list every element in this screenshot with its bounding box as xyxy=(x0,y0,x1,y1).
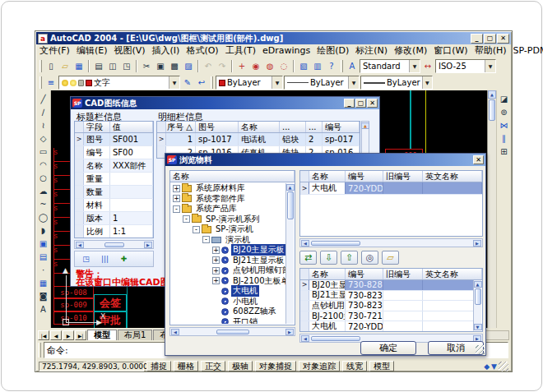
table-row[interactable]: > 大电机 720-YDD0... xyxy=(300,182,482,195)
selected-material-grid[interactable]: 名称 编号 旧编号 英文名称 > 大电机 720-YDD0... xyxy=(299,170,483,237)
tree-item-bj20-board[interactable]: +BJ20主显示板 xyxy=(171,245,285,256)
toggle-ortho[interactable]: 正交 xyxy=(201,361,225,371)
lineweight-combo[interactable]: ByLayer ▼ xyxy=(360,76,433,90)
scroll-left-icon[interactable]: ◀ xyxy=(301,240,309,247)
properties-icon[interactable]: ▧ xyxy=(297,59,310,72)
material-list-grid[interactable]: 名称 编号 旧编号 英文名称 > BJ20主显... 730-8280... B… xyxy=(299,268,483,332)
minimize-button[interactable]: _ xyxy=(471,34,483,44)
offset-icon[interactable]: ∥ xyxy=(498,131,511,145)
column-header-number[interactable]: 编号 xyxy=(346,269,383,279)
tree-item-products-library[interactable]: -系统产品库 xyxy=(171,204,285,214)
chevron-down-icon[interactable]: ▼ xyxy=(272,76,282,89)
scrollbar-thumb[interactable] xyxy=(104,242,124,247)
column-header-old-number[interactable]: 旧编号 xyxy=(383,269,423,279)
scroll-right-icon[interactable]: ▶ xyxy=(473,240,481,247)
tree-item-cotter-pin[interactable]: 开口销 xyxy=(171,317,285,325)
paste-icon[interactable]: ▩ xyxy=(168,59,181,72)
ok-button[interactable]: 确定 xyxy=(360,341,416,355)
close-button[interactable]: ✕ xyxy=(473,155,484,164)
expand-icon[interactable]: + xyxy=(212,277,220,284)
tray-icon[interactable]: ◆ xyxy=(484,362,490,371)
toolbar-grip[interactable] xyxy=(211,76,213,89)
titlebar[interactable]: a AutoCAD 2004 - [E:\UG\dwg\图框\测试用图(部件).… xyxy=(36,32,511,44)
make-object-layer-current-icon[interactable]: ✎ xyxy=(181,76,194,90)
tab-first-icon[interactable]: |◀ xyxy=(38,330,49,340)
arc-icon[interactable]: ◠ xyxy=(37,158,50,171)
tree-header[interactable]: 名称 xyxy=(170,171,295,182)
circle-icon[interactable]: ○ xyxy=(37,171,50,184)
spline-icon[interactable]: ~ xyxy=(37,197,50,210)
column-header-value[interactable]: 值 xyxy=(110,122,153,132)
column-header-old-number[interactable]: 旧编号 xyxy=(383,171,423,182)
column-header-english-name[interactable]: 英文名称 xyxy=(423,171,482,182)
polyline-icon[interactable]: ≀ xyxy=(37,118,50,131)
minimize-button[interactable]: _ xyxy=(344,99,355,108)
table-row[interactable]: 比例 1:1 xyxy=(75,225,153,238)
zoom-realtime-icon[interactable]: ◉ xyxy=(249,59,262,72)
column-header-english-name[interactable]: 英文名称 xyxy=(423,269,482,279)
multiline-text-icon[interactable]: A xyxy=(37,302,50,316)
ellipse-icon[interactable]: ◯ xyxy=(37,210,50,224)
ellipse-arc-icon[interactable]: ◗ xyxy=(37,224,50,237)
menu-file[interactable]: 文件(F) xyxy=(36,44,73,57)
scroll-up-icon[interactable]: ▲ xyxy=(361,122,369,129)
revision-cloud-icon[interactable]: ☁ xyxy=(37,184,50,197)
toolbar-grip[interactable] xyxy=(39,60,42,72)
table-row[interactable]: 材料 xyxy=(75,199,153,212)
dim-style-combo[interactable]: ISO-25 ▼ xyxy=(435,59,496,73)
scrollbar-thumb[interactable] xyxy=(216,330,249,334)
new-icon[interactable]: ▯ xyxy=(44,59,58,72)
barcode-icon[interactable]: ||| xyxy=(97,252,113,265)
dialog-resize-grip[interactable] xyxy=(476,345,485,354)
close-button[interactable]: ✕ xyxy=(497,34,509,44)
copy-icon[interactable]: ▣ xyxy=(154,59,167,72)
tab-layout1[interactable]: 布局1 xyxy=(118,330,152,340)
menu-edrawings[interactable]: eDrawings xyxy=(259,45,313,56)
open-folder-icon[interactable]: ▱ xyxy=(382,251,399,265)
scroll-right-icon[interactable]: ▶ xyxy=(285,329,294,335)
tree-item-small-motor[interactable]: 小电机 xyxy=(171,297,285,307)
scroll-up-icon[interactable]: ▲ xyxy=(286,184,295,191)
point-icon[interactable]: · xyxy=(37,263,50,276)
column-header-drawing-no[interactable]: 图号 xyxy=(196,122,239,132)
table-row[interactable]: 名称 XXX部件 xyxy=(75,159,153,173)
scrollbar-thumb[interactable] xyxy=(475,288,481,305)
scrollbar-thumb[interactable] xyxy=(311,241,360,246)
canvas-vertical-scrollbar[interactable]: ▲ xyxy=(487,90,496,328)
tree-item-raw-materials[interactable]: +系统原材料库 xyxy=(171,183,285,194)
tree-item-608zz-bearing[interactable]: 608ZZ轴承 xyxy=(171,307,285,317)
cut-icon[interactable]: ✂ xyxy=(140,59,153,72)
line-icon[interactable]: ╱ xyxy=(37,92,50,105)
scrollbar-thumb[interactable] xyxy=(287,191,294,219)
tree-hscrollbar[interactable]: ◀ ▶ xyxy=(169,327,295,336)
plot-icon[interactable]: ▤ xyxy=(92,59,105,72)
publish-icon[interactable]: ◳ xyxy=(120,59,133,72)
browse-titlebar[interactable]: SP 浏览物料 ✕ xyxy=(165,154,485,166)
table-row[interactable]: > 1 sp-1017 电话机 铝块 2 sp-017 xyxy=(157,133,360,146)
chevron-down-icon[interactable]: ▼ xyxy=(409,60,420,72)
scrollbar-thumb[interactable] xyxy=(311,336,360,341)
column-header-number[interactable]: 编号 xyxy=(346,171,383,182)
menu-help[interactable]: 帮助(H) xyxy=(471,44,510,57)
close-button[interactable]: ✕ xyxy=(367,99,378,108)
mirror-icon[interactable]: ⋈ xyxy=(498,118,511,131)
toggle-model[interactable]: 模型 xyxy=(369,361,394,371)
table-row[interactable]: 版本 1 xyxy=(75,212,153,225)
export-icon[interactable]: ◳ xyxy=(78,252,94,265)
table-row[interactable]: 编号 SF00 xyxy=(75,146,153,159)
tree-item-sp-demo[interactable]: -SP-演示机 xyxy=(171,224,285,235)
chevron-down-icon[interactable]: ▼ xyxy=(169,76,179,89)
column-header-name[interactable]: 名称 xyxy=(239,122,280,132)
tab-next-icon[interactable]: ▶ xyxy=(63,330,74,340)
plot-preview-icon[interactable]: ◫ xyxy=(106,59,119,72)
title-block-hscrollbar[interactable]: ◀ ▶ xyxy=(74,240,154,249)
cad-info-titlebar[interactable]: SP CAD图纸信息 _ ▢ ✕ xyxy=(71,97,379,109)
zoom-previous-icon[interactable]: ◌ xyxy=(277,59,290,72)
expand-icon[interactable]: + xyxy=(212,267,220,274)
collapse-icon[interactable]: - xyxy=(202,236,210,243)
scrollbar-thumb[interactable] xyxy=(489,99,495,121)
menu-view[interactable]: 视图(V) xyxy=(110,44,148,57)
polygon-icon[interactable]: ◇ xyxy=(37,131,50,145)
toggle-lineweight[interactable]: 线宽 xyxy=(342,361,367,371)
status-menu-arrow-icon[interactable]: ▼ xyxy=(491,362,497,371)
